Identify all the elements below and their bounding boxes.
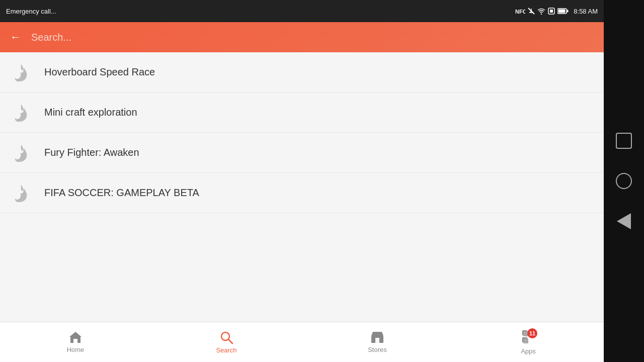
- apps-icon-container: 11: [521, 329, 535, 345]
- svg-text:NFC: NFC: [515, 9, 525, 15]
- back-nav-button[interactable]: [614, 211, 634, 231]
- nav-label-search: Search: [216, 346, 236, 354]
- status-time: 8:58 AM: [574, 8, 598, 15]
- fire-icon-2: [10, 102, 32, 124]
- results-list: Hoverboard Speed Race Mini craft explora…: [0, 52, 604, 322]
- nav-item-home[interactable]: Home: [0, 322, 151, 362]
- nfc-icon: NFC: [515, 8, 525, 15]
- svg-rect-7: [567, 10, 569, 13]
- fire-icon-3: [10, 142, 32, 164]
- nav-label-stores: Stores: [368, 346, 387, 353]
- nav-item-stores[interactable]: Stores: [302, 322, 453, 362]
- home-icon: [68, 331, 83, 344]
- recent-apps-button[interactable]: [614, 131, 634, 151]
- svg-rect-11: [375, 338, 379, 343]
- nav-item-search[interactable]: Search: [151, 322, 302, 362]
- stores-icon: [370, 331, 384, 344]
- result-title-2: Mini craft exploration: [44, 107, 137, 118]
- list-item[interactable]: Fury Fighter: Awaken: [0, 133, 604, 173]
- list-item[interactable]: Hoverboard Speed Race: [0, 52, 604, 93]
- wifi-icon: [537, 8, 545, 15]
- search-input[interactable]: [31, 32, 596, 43]
- battery-icon: [557, 8, 569, 14]
- fire-icon-4: [10, 182, 32, 204]
- svg-rect-17: [523, 338, 528, 343]
- nav-item-apps[interactable]: 11 Apps: [453, 322, 604, 362]
- status-bar-right: NFC: [515, 8, 598, 15]
- list-item[interactable]: FIFA SOCCER: GAMEPLAY BETA: [0, 173, 604, 213]
- circle-icon: [616, 173, 632, 189]
- side-nav: [604, 0, 644, 362]
- svg-rect-4: [550, 10, 553, 13]
- nav-label-apps: Apps: [521, 347, 536, 355]
- svg-rect-6: [558, 10, 566, 13]
- result-title-1: Hoverboard Speed Race: [44, 66, 155, 78]
- status-bar: Emergency call... NFC: [0, 0, 604, 22]
- svg-point-2: [541, 13, 542, 14]
- fire-icon-1: [10, 61, 32, 83]
- triangle-icon: [617, 213, 631, 229]
- result-title-4: FIFA SOCCER: GAMEPLAY BETA: [44, 187, 199, 199]
- nav-label-home: Home: [67, 346, 85, 353]
- square-icon: [616, 133, 632, 149]
- result-title-3: Fury Fighter: Awaken: [44, 147, 139, 158]
- back-button[interactable]: ←: [8, 29, 23, 46]
- search-header: ←: [0, 22, 604, 52]
- bottom-nav: Home Search Stores: [0, 322, 604, 362]
- home-button[interactable]: [614, 171, 634, 191]
- mute-icon: [528, 8, 535, 15]
- search-icon: [219, 330, 233, 344]
- list-item[interactable]: Mini craft exploration: [0, 93, 604, 133]
- sim-icon: [548, 8, 555, 15]
- phone-area: Emergency call... NFC: [0, 0, 604, 362]
- apps-badge: 11: [527, 328, 537, 338]
- status-bar-left-text: Emergency call...: [6, 8, 56, 15]
- status-icons: NFC: [515, 8, 569, 15]
- svg-line-9: [228, 339, 232, 343]
